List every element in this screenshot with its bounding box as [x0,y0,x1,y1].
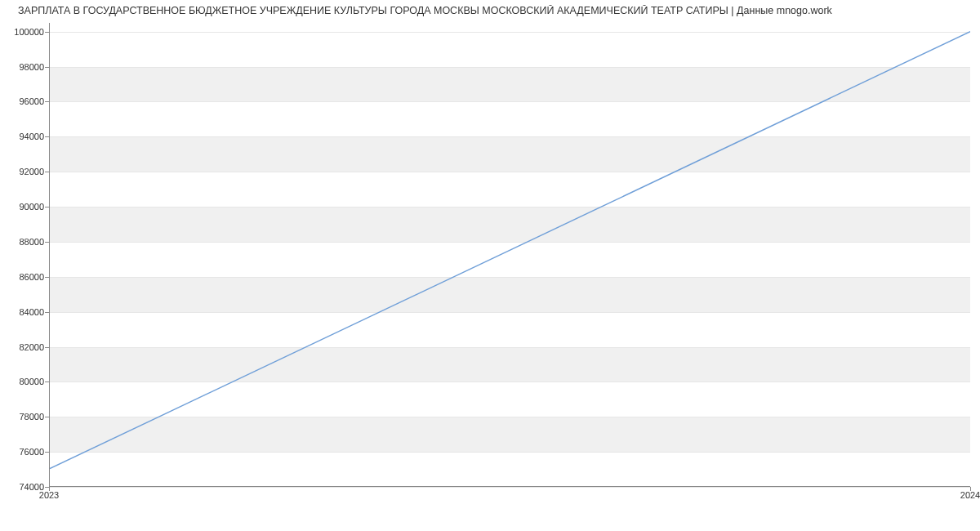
svg-line-0 [50,32,970,469]
plot-area [49,23,970,487]
y-tick-label: 94000 [5,132,44,141]
y-tick-label: 84000 [5,307,44,317]
grid-line [50,487,970,488]
x-tick-mark [49,487,50,491]
y-tick-mark [45,312,49,313]
y-tick-label: 86000 [5,272,44,282]
y-tick-label: 76000 [5,447,44,457]
chart-container: ЗАРПЛАТА В ГОСУДАРСТВЕННОЕ БЮДЖЕТНОЕ УЧР… [0,0,980,531]
chart-title: ЗАРПЛАТА В ГОСУДАРСТВЕННОЕ БЮДЖЕТНОЕ УЧР… [18,5,972,16]
y-tick-mark [45,101,49,102]
y-tick-mark [45,32,49,33]
y-tick-label: 90000 [5,202,44,212]
y-tick-mark [45,277,49,278]
y-tick-label: 98000 [5,62,44,72]
y-tick-mark [45,207,49,207]
y-tick-mark [45,242,49,243]
y-tick-label: 80000 [5,377,44,386]
y-tick-label: 78000 [5,412,44,422]
y-tick-mark [45,417,49,417]
y-tick-mark [45,382,49,382]
y-tick-mark [45,67,49,68]
line-series [50,23,970,486]
y-tick-label: 88000 [5,237,44,247]
y-tick-label: 100000 [5,27,44,37]
y-tick-mark [45,452,49,453]
y-tick-mark [45,136,49,137]
y-tick-label: 82000 [5,342,44,352]
y-tick-mark [45,172,49,172]
x-tick-mark [970,487,971,491]
x-tick-label: 2024 [960,490,980,500]
y-tick-mark [45,347,49,348]
x-tick-label: 2023 [39,490,59,500]
y-tick-label: 96000 [5,96,44,106]
y-tick-label: 92000 [5,167,44,176]
